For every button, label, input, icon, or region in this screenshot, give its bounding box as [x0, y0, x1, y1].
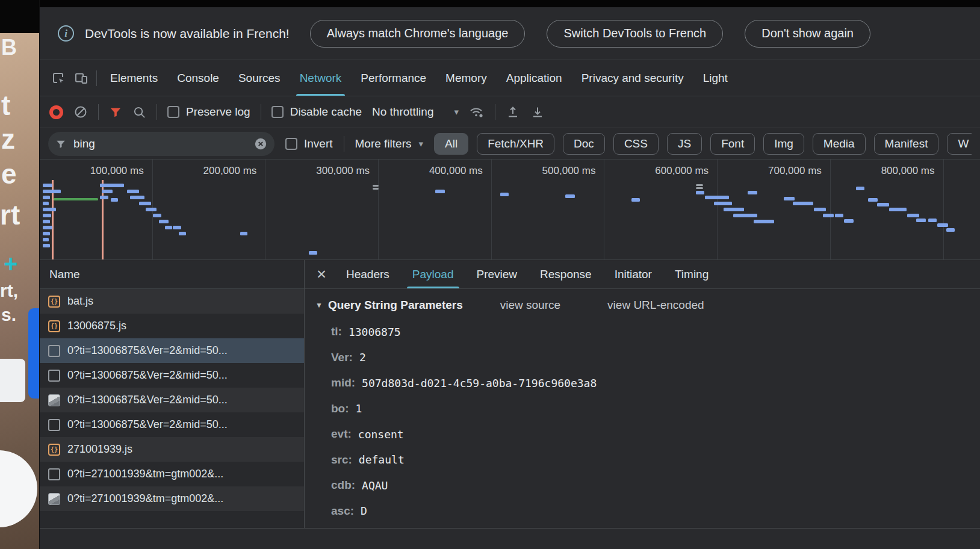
waterfall-bar	[43, 232, 50, 235]
device-toolbar-icon[interactable]	[70, 60, 93, 96]
request-type-pill[interactable]: JS	[667, 133, 702, 155]
waterfall-bar	[705, 196, 729, 199]
request-type-pill[interactable]: Font	[710, 133, 755, 155]
search-icon[interactable]	[132, 105, 146, 119]
more-filters-dropdown[interactable]: More filters ▾	[355, 137, 424, 150]
details-tab[interactable]: Timing	[663, 260, 720, 288]
details-tab-label: Headers	[346, 268, 389, 281]
throttling-dropdown[interactable]: No throttling ▾	[372, 105, 459, 119]
query-param-row: ti: 13006875	[311, 319, 974, 345]
disable-cache-checkbox[interactable]	[271, 106, 284, 118]
divider	[157, 104, 157, 120]
request-name: 0?ti=271001939&tm=gtm002&...	[67, 492, 223, 505]
banner-action-button[interactable]: Don't show again	[745, 20, 870, 48]
waterfall-bar	[766, 220, 774, 223]
view-source-link[interactable]: view source	[500, 299, 560, 312]
details-tab-label: Timing	[675, 268, 709, 281]
request-row[interactable]: 0?ti=271001939&tm=gtm002&...	[40, 462, 304, 486]
request-row[interactable]: 0?ti=13006875&Ver=2&mid=50...	[40, 363, 304, 388]
request-name: 0?ti=13006875&Ver=2&mid=50...	[67, 369, 228, 382]
request-type-pill[interactable]: CSS	[613, 133, 659, 155]
pill-label: W	[958, 137, 969, 150]
triangle-down-icon[interactable]: ▼	[315, 301, 323, 309]
divider	[261, 104, 261, 120]
devtools-panel-tab[interactable]: Memory	[436, 60, 497, 96]
section-title: Query String Parameters	[328, 299, 463, 312]
preserve-log-label: Preserve log	[186, 105, 250, 119]
network-conditions-icon[interactable]	[469, 105, 485, 119]
waterfall-bar	[240, 232, 247, 235]
request-type-pill[interactable]: Img	[763, 133, 804, 155]
param-key: bo:	[331, 402, 349, 415]
page-text-fragment: z	[1, 123, 15, 155]
export-har-icon[interactable]	[530, 105, 545, 119]
devtools-panel-tab[interactable]: Network	[290, 60, 352, 96]
timeline-column-label: 600,000 ms	[604, 160, 718, 259]
request-type-pill[interactable]: Media	[813, 133, 866, 155]
divider	[96, 70, 97, 86]
devtools-panel-tab[interactable]: Application	[497, 60, 572, 96]
invert-checkbox[interactable]	[285, 138, 297, 150]
request-row[interactable]: 0?ti=13006875&Ver=2&mid=50...	[40, 388, 304, 412]
param-key: mid:	[331, 376, 355, 389]
request-type-pill[interactable]: Manifest	[874, 133, 939, 155]
requests-table: Name bat.js 13006875.js 0?ti=13006875&Ve…	[40, 260, 305, 528]
inspect-element-icon[interactable]	[47, 60, 70, 96]
waterfall-bar	[173, 226, 181, 229]
devtools-panel-tab[interactable]: Console	[167, 60, 229, 96]
timeline-column-label: 500,000 ms	[492, 160, 605, 259]
devtools-panel-tab[interactable]: Light	[693, 60, 737, 96]
record-button[interactable]	[49, 105, 63, 119]
banner-buttons: Always match Chrome's languageSwitch Dev…	[310, 20, 870, 48]
import-har-icon[interactable]	[506, 105, 520, 119]
request-type-pill[interactable]: Fetch/XHR	[477, 133, 554, 155]
requests-name-header[interactable]: Name	[40, 260, 304, 289]
waterfall-bar	[43, 190, 61, 193]
clear-filter-icon[interactable]	[254, 137, 267, 150]
details-tab[interactable]: Payload	[401, 260, 465, 288]
param-value: 1	[356, 402, 362, 415]
devtools-window: i DevTools is now available in French! A…	[39, 0, 980, 549]
request-row[interactable]: bat.js	[40, 289, 304, 314]
request-type-pill[interactable]: Doc	[563, 133, 605, 155]
request-row[interactable]: 271001939.js	[40, 437, 304, 462]
request-row[interactable]: 0?ti=271001939&tm=gtm002&...	[40, 486, 304, 511]
close-icon[interactable]: ✕	[308, 260, 335, 288]
details-tab[interactable]: Preview	[465, 260, 529, 288]
details-tab[interactable]: Initiator	[603, 260, 663, 288]
query-param-row: evt: consent	[311, 421, 974, 447]
clear-icon[interactable]	[73, 105, 88, 119]
network-lower-split: Name bat.js 13006875.js 0?ti=13006875&Ve…	[40, 260, 980, 528]
file-type-icon	[48, 320, 60, 332]
view-url-encoded-link[interactable]: view URL-encoded	[607, 299, 704, 312]
devtools-panel-tab[interactable]: Privacy and security	[572, 60, 693, 96]
waterfall-bar	[179, 232, 186, 235]
details-tab[interactable]: Headers	[335, 260, 401, 288]
request-row[interactable]: 13006875.js	[40, 314, 304, 338]
devtools-panel-tab[interactable]: Sources	[229, 60, 290, 96]
file-type-icon	[48, 394, 60, 406]
details-tab-label: Initiator	[615, 268, 652, 281]
filter-input-box[interactable]	[48, 132, 274, 156]
waterfall-bar	[43, 214, 51, 217]
network-overview-waterfall[interactable]: 100,000 ms200,000 ms300,000 ms400,000 ms…	[40, 160, 980, 260]
request-type-pill[interactable]: W	[947, 133, 972, 155]
request-type-pill[interactable]: All	[434, 133, 468, 155]
filter-input[interactable]	[73, 137, 247, 150]
waterfall-bar	[868, 198, 878, 202]
devtools-panel-tab[interactable]: Elements	[101, 60, 167, 96]
waterfall-bar	[814, 208, 826, 211]
window-chrome-strip	[40, 0, 980, 7]
waterfall-bar	[43, 244, 50, 247]
waterfall-bar	[877, 203, 889, 206]
banner-action-button[interactable]: Switch DevTools to French	[547, 20, 723, 48]
preserve-log-checkbox[interactable]	[167, 106, 179, 118]
devtools-panel-tab[interactable]: Performance	[351, 60, 436, 96]
request-row[interactable]: 0?ti=13006875&Ver=2&mid=50...	[40, 338, 304, 363]
waterfall-bar	[54, 198, 98, 200]
details-tab[interactable]: Response	[529, 260, 603, 288]
file-type-icon	[48, 296, 60, 308]
request-row[interactable]: 0?ti=13006875&Ver=2&mid=50...	[40, 412, 304, 437]
filter-icon[interactable]	[109, 105, 122, 119]
banner-action-button[interactable]: Always match Chrome's language	[310, 20, 526, 48]
